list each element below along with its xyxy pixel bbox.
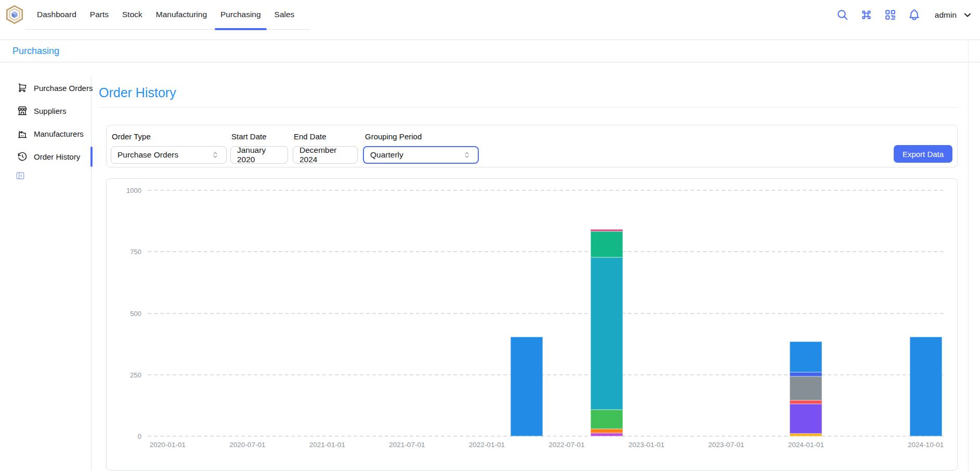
sidebar-item-order-history[interactable]: Order History [0, 145, 91, 168]
history-clock-icon [17, 151, 28, 162]
page-title: Order History [99, 85, 176, 100]
selector-icon [211, 150, 220, 160]
x-axis-tick-label: 2021-07-01 [373, 441, 441, 449]
y-axis-tick-label: 500 [119, 310, 141, 318]
title-divider [99, 107, 958, 108]
y-axis-tick-label: 250 [119, 371, 141, 379]
bar-2024-01-01[interactable] [790, 342, 822, 436]
order-type-select[interactable]: Purchase Orders [111, 146, 227, 164]
tab-sales[interactable]: Sales [268, 10, 302, 29]
bar-segment [790, 434, 822, 436]
bar-segment [790, 376, 822, 400]
y-gridline-750 [148, 251, 946, 252]
user-name: admin [935, 10, 957, 20]
bar-segment [591, 410, 623, 429]
qrcode-icon[interactable] [884, 8, 897, 21]
bar-segment [591, 433, 623, 436]
y-gridline-250 [148, 374, 946, 375]
sidebar-item-manufacturers[interactable]: Manufacturers [0, 122, 91, 145]
sidebar-item-label: Purchase Orders [34, 84, 93, 93]
stacked-bar-chart: 025050075010002020-01-012020-07-012021-0… [148, 190, 946, 436]
breadcrumb-bar: Purchasing [0, 40, 980, 62]
end-date-label: End Date [294, 132, 326, 141]
x-axis-tick-label: 2024-01-01 [772, 441, 840, 449]
user-menu[interactable]: admin [935, 10, 973, 20]
order-type-label: Order Type [112, 132, 151, 141]
tab-parts[interactable]: Parts [83, 10, 115, 29]
command-icon[interactable] [860, 8, 873, 21]
tab-purchasing[interactable]: Purchasing [214, 10, 268, 29]
sidebar-item-suppliers[interactable]: Suppliers [0, 99, 91, 122]
bar-segment [591, 429, 623, 433]
bar-2022-10-01[interactable] [591, 229, 623, 436]
tab-dashboard[interactable]: Dashboard [30, 10, 83, 29]
inventree-logo[interactable] [5, 5, 24, 24]
bar-segment [591, 231, 623, 257]
y-gridline-1000 [148, 190, 946, 191]
app-root: DashboardPartsStockManufacturingPurchasi… [0, 0, 980, 471]
export-data-button[interactable]: Export Data [894, 145, 952, 163]
bar-2022-04-01[interactable] [511, 337, 543, 436]
bar-segment [790, 372, 822, 376]
chevron-down-icon [962, 10, 973, 20]
grouping-period-label: Grouping Period [365, 132, 422, 141]
sidebar-active-indicator [90, 147, 93, 167]
start-date-label: Start Date [231, 132, 267, 141]
x-axis-tick-label: 2023-01-01 [612, 441, 680, 449]
factory-icon [17, 128, 28, 139]
x-axis-tick-label: 2021-01-01 [293, 441, 361, 449]
bar-segment [790, 400, 822, 404]
sidebar-item-label: Suppliers [34, 107, 67, 115]
selector-icon [462, 150, 472, 160]
grouping-period-select[interactable]: Quarterly [363, 146, 479, 164]
x-axis-tick-label: 2024-10-01 [892, 441, 960, 449]
main-nav-tabs: DashboardPartsStockManufacturingPurchasi… [25, 0, 310, 30]
bar-segment [910, 337, 942, 436]
x-axis-tick-label: 2022-07-01 [533, 441, 600, 449]
breadcrumb[interactable]: Purchasing [12, 46, 59, 57]
order-history-chart-card: 025050075010002020-01-012020-07-012021-0… [106, 178, 958, 470]
end-date-input[interactable]: December 2024 [293, 146, 358, 164]
sidebar: Purchase OrdersSuppliersManufacturersOrd… [0, 76, 92, 471]
scroll-gutter [968, 40, 969, 471]
shopping-cart-icon [17, 83, 28, 93]
search-icon[interactable] [836, 8, 849, 21]
y-gridline-500 [148, 313, 946, 314]
start-date-input[interactable]: January 2020 [230, 146, 288, 164]
sidebar-item-purchase-orders[interactable]: Purchase Orders [0, 76, 91, 99]
x-axis-tick-label: 2020-01-01 [134, 441, 201, 449]
y-axis-tick-label: 1000 [119, 187, 141, 194]
bell-icon[interactable] [908, 8, 921, 21]
tab-manufacturing[interactable]: Manufacturing [149, 10, 214, 29]
sidebar-item-label: Order History [34, 152, 80, 161]
bar-segment [511, 337, 543, 436]
y-gridline-0 [148, 436, 946, 437]
nav-actions: admin [836, 0, 973, 30]
bar-2024-10-01[interactable] [910, 337, 942, 436]
x-axis-tick-label: 2020-07-01 [214, 441, 281, 449]
tab-stock[interactable]: Stock [115, 10, 149, 29]
x-axis-tick-label: 2023-07-01 [692, 441, 760, 449]
y-axis-tick-label: 750 [119, 248, 141, 256]
sidebar-item-label: Manufacturers [34, 129, 84, 138]
top-navigation: DashboardPartsStockManufacturingPurchasi… [0, 0, 980, 34]
x-axis-tick-label: 2022-01-01 [453, 441, 520, 449]
bar-segment [591, 257, 623, 410]
bar-segment [790, 404, 822, 434]
y-axis-tick-label: 0 [119, 433, 141, 440]
bar-segment [790, 342, 822, 372]
collapse-sidebar-icon[interactable] [16, 171, 25, 180]
building-store-icon [17, 106, 28, 116]
filter-toolbar: Order Type Start Date End Date Grouping … [106, 125, 958, 167]
